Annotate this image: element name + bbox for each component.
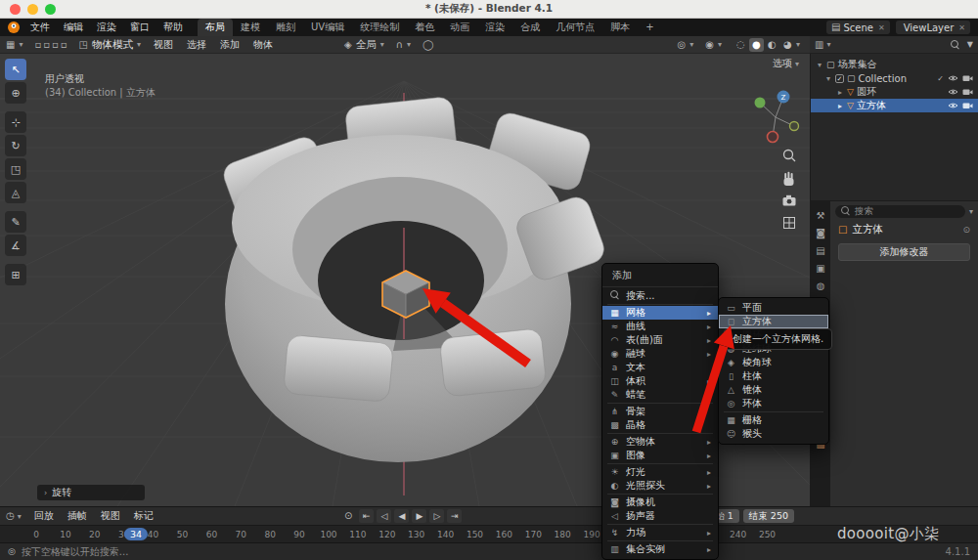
outliner-row-collection[interactable]: ▾ ✓ ▢ Collection ✓ bbox=[811, 71, 978, 85]
outliner-row-scene-collection[interactable]: ▾ ▢ 场景集合 bbox=[811, 58, 978, 71]
expander-icon[interactable]: ▸ bbox=[836, 88, 844, 97]
outliner-row-torus[interactable]: ▸ ▽ 圆环 bbox=[811, 85, 978, 99]
properties-search-input[interactable]: 搜索 bbox=[835, 205, 965, 218]
workspace-tab-rendering[interactable]: 渲染 bbox=[477, 19, 512, 36]
tool-select-box[interactable]: ↖ bbox=[5, 59, 26, 80]
tool-annotate[interactable]: ✎ bbox=[5, 211, 26, 233]
viewlayer-unlink-icon[interactable]: ✕ bbox=[958, 23, 965, 32]
orthographic-toggle-icon[interactable] bbox=[784, 218, 795, 229]
transform-orientation-dropdown[interactable]: ◈ 全局 ▾ bbox=[338, 38, 390, 52]
menu-view[interactable]: 视图 bbox=[147, 36, 180, 54]
show-overlays-toggle[interactable]: ◉ ▾ bbox=[699, 40, 728, 50]
gizmo-y-axis[interactable] bbox=[755, 98, 766, 108]
mesh-menu-item-plane[interactable]: ▭ 平面 bbox=[719, 301, 828, 315]
workspace-tab-geometry-nodes[interactable]: 几何节点 bbox=[548, 19, 602, 36]
menu-playback[interactable]: 回放 bbox=[27, 507, 61, 525]
mesh-menu-item-grid[interactable]: ▦ 栅格 bbox=[719, 413, 828, 427]
object-name-breadcrumb[interactable]: 立方体 bbox=[852, 223, 883, 237]
menu-help[interactable]: 帮助 bbox=[156, 19, 190, 36]
tool-rotate[interactable]: ↻ bbox=[5, 135, 26, 156]
collection-checkbox[interactable]: ✓ bbox=[835, 74, 844, 83]
navigation-gizmo[interactable]: Z bbox=[755, 91, 799, 143]
add-menu-item-curve[interactable]: ≈ 曲线 ▸ bbox=[602, 320, 718, 333]
editor-type-selector[interactable]: ▦ ▾ bbox=[0, 40, 28, 50]
tool-scale[interactable]: ◳ bbox=[5, 158, 26, 180]
menu-window[interactable]: 窗口 bbox=[123, 19, 156, 36]
menu-file[interactable]: 文件 bbox=[23, 19, 57, 36]
proportional-edit-toggle[interactable]: ◯ bbox=[417, 40, 439, 50]
add-menu-item-metaball[interactable]: ◉ 融球 ▸ bbox=[602, 347, 718, 361]
tool-transform[interactable]: ◬ bbox=[5, 182, 26, 203]
show-gizmo-toggle[interactable]: ◎ ▾ bbox=[671, 40, 699, 50]
add-menu-item-camera[interactable]: ◙ 摄像机 bbox=[602, 495, 718, 509]
mesh-menu-item-torus[interactable]: ◎ 环体 bbox=[719, 397, 828, 410]
next-keyframe-button[interactable]: ▷ bbox=[429, 509, 444, 523]
add-menu-item-empty[interactable]: ⊕ 空物体 ▸ bbox=[602, 435, 718, 449]
gizmo-y-neg-axis[interactable] bbox=[790, 122, 799, 131]
menu-select[interactable]: 选择 bbox=[180, 36, 213, 54]
outliner-row-cube[interactable]: ▸ ▽ 立方体 bbox=[811, 99, 978, 112]
add-menu-item-text[interactable]: a 文本 bbox=[602, 361, 718, 374]
tool-move[interactable]: ⊹ bbox=[5, 111, 26, 133]
add-modifier-button[interactable]: 添加修改器 bbox=[838, 243, 970, 261]
menu-render[interactable]: 渲染 bbox=[90, 19, 123, 36]
tool-measure[interactable]: ∡ bbox=[5, 235, 26, 256]
tab-tool-icon[interactable]: ⚒ bbox=[813, 207, 828, 223]
workspace-tab-uv[interactable]: UV编辑 bbox=[303, 19, 352, 36]
chevron-down-icon[interactable]: ▾ bbox=[969, 207, 973, 216]
camera-visibility-icon[interactable] bbox=[962, 74, 973, 82]
tool-add-cube[interactable]: ⊞ bbox=[5, 264, 26, 285]
tab-render-icon[interactable]: ◙ bbox=[813, 225, 828, 240]
scene-selector[interactable]: ▤ Scene ✕ bbox=[826, 21, 890, 34]
add-menu-item-lattice[interactable]: ▩ 晶格 bbox=[602, 418, 718, 432]
menu-view[interactable]: 视图 bbox=[94, 507, 127, 525]
mesh-menu-item-cube[interactable]: ◻ 立方体 bbox=[719, 315, 828, 328]
tab-scene-icon[interactable]: ◍ bbox=[813, 278, 828, 293]
operator-panel[interactable]: › 旋转 bbox=[37, 485, 145, 500]
hide-eye-icon[interactable] bbox=[948, 74, 958, 82]
workspace-tab-compositing[interactable]: 合成 bbox=[512, 19, 548, 36]
frame-end-field[interactable]: 结束 250 bbox=[743, 509, 794, 523]
mesh-menu-item-ico-sphere[interactable]: ◈ 棱角球 bbox=[719, 356, 828, 369]
camera-visibility-icon[interactable] bbox=[962, 88, 973, 96]
camera-view-icon[interactable] bbox=[783, 195, 796, 206]
workspace-tab-animation[interactable]: 动画 bbox=[442, 19, 477, 36]
pan-hand-icon[interactable] bbox=[784, 172, 794, 186]
zoom-tool-icon[interactable] bbox=[784, 151, 796, 162]
pin-icon[interactable]: ⊙ bbox=[962, 226, 970, 235]
menu-object[interactable]: 物体 bbox=[246, 36, 280, 54]
workspace-tab-texture-paint[interactable]: 纹理绘制 bbox=[352, 19, 407, 36]
workspace-tab-shading[interactable]: 着色 bbox=[407, 19, 442, 36]
gizmo-x-axis[interactable] bbox=[768, 132, 778, 143]
play-reverse-button[interactable]: ◀ bbox=[394, 509, 409, 523]
mode-dropdown[interactable]: ◳ 物体模式 ▾ bbox=[73, 38, 147, 52]
playhead-badge[interactable]: 34 bbox=[124, 528, 148, 540]
expander-icon[interactable]: ▾ bbox=[816, 61, 823, 69]
jump-to-start-button[interactable]: ⇤ bbox=[359, 509, 374, 523]
snap-toggle[interactable]: ∩ ▾ bbox=[390, 40, 417, 50]
add-menu-item-mesh[interactable]: ▦ 网格 ▸ bbox=[602, 306, 718, 320]
add-menu-item-light[interactable]: ☀ 灯光 ▸ bbox=[602, 465, 718, 479]
prev-keyframe-button[interactable]: ◁ bbox=[377, 509, 391, 523]
add-menu-item-search[interactable]: 搜索... bbox=[602, 289, 718, 303]
add-menu-item-force-field[interactable]: ↯ 力场 ▸ bbox=[602, 526, 718, 539]
workspace-tab-scripting[interactable]: 脚本 bbox=[602, 19, 638, 36]
timeline-ruler[interactable]: 0102030405060708090100110120130140150160… bbox=[0, 525, 978, 542]
menu-keying[interactable]: 插帧 bbox=[61, 507, 94, 525]
shading-material-button[interactable]: ◐ bbox=[765, 38, 779, 52]
mesh-menu-item-monkey[interactable]: ☺ 猴头 bbox=[719, 427, 828, 441]
expander-icon[interactable]: ▾ bbox=[824, 74, 832, 83]
add-menu-item-armature[interactable]: ⋔ 骨架 bbox=[602, 405, 718, 418]
add-menu-item-grease-pencil[interactable]: ✎ 蜡笔 ▸ bbox=[602, 388, 718, 402]
add-menu-item-speaker[interactable]: ◁ 扬声器 bbox=[602, 509, 718, 523]
camera-visibility-icon[interactable] bbox=[962, 102, 973, 109]
viewlayer-selector[interactable]: ▣ ViewLayer ✕ bbox=[896, 21, 970, 34]
menu-add[interactable]: 添加 bbox=[213, 36, 246, 54]
tool-cursor[interactable]: ⊕ bbox=[5, 82, 26, 104]
search-icon[interactable] bbox=[951, 40, 960, 50]
editor-outliner-icon[interactable]: ▥ bbox=[815, 40, 823, 50]
workspace-add-button[interactable]: + bbox=[638, 19, 661, 36]
menu-marker[interactable]: 标记 bbox=[127, 507, 160, 525]
add-menu-item-volume[interactable]: ◫ 体积 ▸ bbox=[602, 374, 718, 388]
tab-viewlayer-icon[interactable]: ▣ bbox=[813, 260, 828, 276]
